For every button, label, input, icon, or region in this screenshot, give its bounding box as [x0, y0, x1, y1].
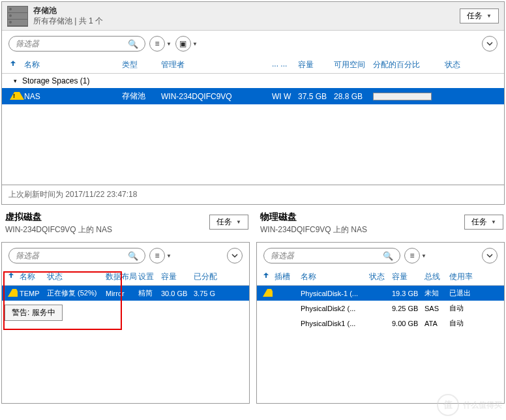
col-alloc[interactable]: 分配的百分比 — [370, 59, 442, 70]
top-toolbar: 🔍 ≡▼ ▣▼ — [2, 31, 504, 57]
view-options-pdisk[interactable]: ≡▼ — [404, 248, 426, 263]
filter-input-vdisk[interactable] — [16, 251, 128, 260]
col-sep[interactable]: ... ... — [269, 59, 295, 70]
cell-alloc — [370, 92, 442, 101]
col-name[interactable]: 名称 — [22, 59, 119, 70]
pdisk-title: 物理磁盘 — [258, 207, 370, 223]
pdisk-table-row[interactable]: PhysicalDisk1 (...9.00 GBATA自动 — [257, 316, 504, 331]
storage-pool-icon — [7, 6, 28, 27]
warning-icon — [263, 289, 272, 298]
tasks-dropdown-vdisk[interactable]: 任务 — [209, 215, 248, 230]
view-options-button[interactable]: ≡▼ — [149, 36, 171, 52]
vdisk-subtitle: WIN-234DQIFC9VQ 上的 NAS — [3, 223, 115, 237]
cell-admin: WIN-234DQIFC9VQ — [158, 92, 269, 101]
col-admin[interactable]: 管理者 — [158, 59, 269, 70]
top-subtitle: 所有存储池 | 共 1 个 — [33, 16, 460, 27]
tasks-dropdown-top[interactable]: 任务 — [460, 8, 499, 23]
col-free[interactable]: 可用空间 — [331, 59, 370, 70]
watermark: 值 什么值得买 — [437, 394, 502, 416]
sort-icon[interactable] — [7, 59, 22, 70]
search-icon[interactable]: 🔍 — [383, 251, 393, 261]
cell-name: NAS — [22, 92, 119, 101]
highlight-box — [3, 271, 122, 330]
collapse-button-vdisk[interactable] — [227, 248, 243, 263]
warning-icon — [10, 92, 19, 101]
tasks-dropdown-pdisk[interactable]: 任务 — [464, 215, 503, 230]
collapse-button-top[interactable] — [482, 36, 498, 52]
group-name: Storage Spaces (1) — [22, 76, 89, 85]
cell-sep: WI W — [269, 92, 295, 101]
collapse-triangle-icon[interactable]: ▾ — [14, 78, 17, 84]
top-grid-header[interactable]: 名称 类型 管理者 ... ... 容量 可用空间 分配的百分比 状态 — [2, 57, 504, 74]
top-table-row[interactable]: NAS 存储池 WIN-234DQIFC9VQ WI W 37.5 GB 28.… — [2, 88, 504, 104]
group-row[interactable]: ▾ Storage Spaces (1) — [2, 74, 504, 88]
col-status[interactable]: 状态 — [442, 59, 499, 70]
pdisk-table-row[interactable]: PhysicalDisk2 (...9.25 GBSAS自动 — [257, 301, 504, 316]
col-capacity[interactable]: 容量 — [295, 59, 331, 70]
search-icon[interactable]: 🔍 — [128, 251, 138, 261]
sort-icon[interactable] — [261, 271, 273, 282]
vdisk-title: 虚拟磁盘 — [3, 207, 115, 223]
filter-input-top[interactable] — [16, 39, 128, 48]
search-icon[interactable]: 🔍 — [128, 39, 138, 49]
collapse-button-pdisk[interactable] — [482, 248, 498, 263]
pdisk-subtitle: WIN-234DQIFC9VQ 上的 NAS — [258, 223, 370, 237]
filter-input-pdisk[interactable] — [271, 251, 383, 260]
cell-free: 28.8 GB — [331, 92, 370, 101]
pdisk-table-row[interactable]: PhysicalDisk-1 (...19.3 GB未知已退出 — [257, 286, 504, 301]
storage-pools-panel: 存储池 所有存储池 | 共 1 个 任务 🔍 ≡▼ ▣▼ 名称 类型 管理者 .… — [1, 1, 505, 205]
filter-input-pdisk-wrap[interactable]: 🔍 — [263, 248, 400, 263]
cell-type: 存储池 — [119, 91, 158, 102]
col-type[interactable]: 类型 — [119, 59, 158, 70]
save-options-button[interactable]: ▣▼ — [175, 36, 198, 52]
view-options-vdisk[interactable]: ≡▼ — [149, 248, 171, 263]
top-header: 存储池 所有存储池 | 共 1 个 任务 — [2, 2, 504, 31]
filter-input-vdisk-wrap[interactable]: 🔍 — [8, 248, 145, 263]
filter-input-wrap[interactable]: 🔍 — [8, 36, 145, 52]
cell-capacity: 37.5 GB — [295, 92, 331, 101]
top-title: 存储池 — [33, 6, 460, 16]
refresh-info: 上次刷新时间为 2017/11/22 23:47:18 — [2, 185, 504, 204]
pdisk-grid-header[interactable]: 插槽 名称 状态 容量 总线 使用率 — [257, 269, 504, 286]
